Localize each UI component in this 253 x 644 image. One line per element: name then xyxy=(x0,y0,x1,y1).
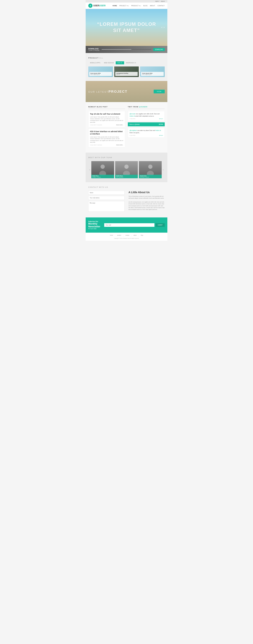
team-card-1-role: designer | linkedin xyxy=(92,176,113,178)
twitter-handle-title: @4USERI xyxy=(139,106,147,108)
blog-post-1-read-more[interactable]: READ MORE... xyxy=(116,124,123,126)
contact-section: CONTACT WITH US A Little About Us This i… xyxy=(86,182,167,218)
team-cards: Shaik Reza designer | linkedin Shaik Ris… xyxy=(91,161,162,178)
blog-title: NEWEST BLOG POST xyxy=(88,106,125,109)
email-field-container xyxy=(88,196,125,200)
tweet-1-date: 3 June 2014 xyxy=(130,118,135,119)
blog-twitter-section: NEWEST BLOG POST Top 10 site for sell Yo… xyxy=(86,102,167,152)
email-input[interactable] xyxy=(88,196,125,200)
main-nav: HOME PROJECT ▾ PRODUCT ▾ BLOG ABOUT CONT… xyxy=(113,5,165,6)
hero-prev-arrow[interactable]: < xyxy=(161,26,163,29)
product-card-1-title: lorem ipsum dolor xyxy=(90,73,111,74)
nav-home[interactable]: HOME xyxy=(113,5,117,6)
signup-link[interactable]: signup xyxy=(161,0,165,2)
blog-post-2-meta: 3 June 2019 / 5 comment READ MORE... xyxy=(90,144,123,146)
product-card-2-title: management landing xyxy=(116,73,137,74)
blog-post-1: Top 10 site for sell Your ui element Lor… xyxy=(88,111,125,127)
name-input[interactable] xyxy=(88,191,125,194)
team-next-arrow[interactable]: › xyxy=(162,168,165,171)
team-card-2-role: CEO, Business xyxy=(116,176,137,178)
team-card-2-label: Shaik Risen CEO, Business xyxy=(115,175,138,178)
team-card-3-label: Sharik Glen developer | linkedin xyxy=(139,175,162,178)
message-input[interactable] xyxy=(88,201,125,212)
nav-blog[interactable]: BLOG xyxy=(143,5,148,6)
twitter-column: TWIT FROM @4USERI @envato nec sagittis s… xyxy=(128,106,165,148)
download-progress xyxy=(102,49,151,50)
product-card-1-sub: amet, adipiscing elit xyxy=(90,74,111,75)
tweet-2: @rongbazz you take my place Duis sed #od… xyxy=(128,128,165,138)
team-section: MEET WITH OUR TEAM ‹ Shaik Reza designer… xyxy=(86,152,167,182)
tab-web-design[interactable]: WEB DESIGN xyxy=(102,61,116,64)
svg-point-2 xyxy=(124,164,129,169)
team-carousel: ‹ Shaik Reza designer | linkedin xyxy=(88,161,165,178)
nav-about[interactable]: ABOUT xyxy=(150,5,155,6)
nav-product[interactable]: PRODUCT ▾ xyxy=(131,5,141,6)
footer-copyright: Copyright © 2015,Company name All rights… xyxy=(88,238,165,239)
subscribe-label: Subcrive Our xyxy=(88,220,100,222)
tweet-2-mention: @rongbazz xyxy=(130,130,137,131)
tab-androied-ui[interactable]: ANDROIED UI xyxy=(124,61,138,64)
contact-grid: A Little About Us This is Photoshop's ve… xyxy=(88,191,165,214)
contact-title: CONTACT WITH US xyxy=(88,186,165,188)
product-card-3[interactable]: lorem ipsum dolor amet, adipiscing elit xyxy=(140,66,165,77)
team-card-2-name: Shaik Risen xyxy=(116,175,137,176)
signin-link[interactable]: signin xyxy=(155,0,159,2)
tweet-2-date: 3 June 2014 xyxy=(130,135,135,136)
subscribe-submit-button[interactable]: SUBMIT xyxy=(156,223,165,227)
top-bar: signin / signup xyxy=(86,0,167,2)
team-card-1-name: Shaik Reza xyxy=(92,175,113,176)
tweet-1-meta: 3 June 2014 @4useri xyxy=(130,118,163,119)
product-card-3-sub: amet, adipiscing elit xyxy=(142,74,163,75)
subscribe-section: Subcrive Our MonthlyNewslatter for Up to… xyxy=(86,218,167,232)
blog-column: NEWEST BLOG POST Top 10 site for sell Yo… xyxy=(88,106,125,148)
subscribe-big-title: MonthlyNewslatter xyxy=(88,222,100,228)
view-project-button[interactable]: VIEW xyxy=(154,90,165,93)
project-title: OUR LETESTPROJECT xyxy=(88,90,165,94)
product-card-2-sub: agency xyxy=(116,74,137,75)
logo: 4 USERUSERi xyxy=(88,4,106,8)
product-card-2[interactable]: management landing agency xyxy=(114,66,139,77)
product-section-title: PRODUCT/all xyxy=(88,57,165,59)
blog-post-2-title: IOS 8 User Interface vs adroied kitket u… xyxy=(90,130,123,135)
blog-post-2-text: Lorem Ipsum. Proin gravida nibh vel veli… xyxy=(90,136,123,143)
subscribe-small-label: for Up to Date xyxy=(88,228,100,230)
svg-point-4 xyxy=(148,164,152,169)
download-button[interactable]: DOWNLOAD xyxy=(153,48,165,51)
message-field-container xyxy=(88,201,125,212)
blog-post-1-text: Lorem Ipsum. Proin gravida nibh vel veli… xyxy=(90,116,123,123)
footer-nav-home[interactable]: home xyxy=(110,234,113,237)
download-title: DOWNLOAD xyxy=(88,48,99,50)
tab-mobile-apps[interactable]: MOBILE APPS xyxy=(88,61,102,64)
footer-nav-blog[interactable]: blog xyxy=(141,234,143,237)
blog-post-2-read-more[interactable]: READ MORE... xyxy=(116,144,123,146)
subscribe-email-input[interactable] xyxy=(104,223,154,227)
tweet-2-hashtag: #odio sit xyxy=(156,130,161,131)
about-text: This is Photoshop's version of Lorem Ips… xyxy=(128,196,165,210)
product-section: PRODUCT/all MOBILE APPS WEB DESIGN IOS U… xyxy=(86,53,167,81)
footer-nav-contact[interactable]: contact xyxy=(125,234,129,237)
team-card-3-role: developer | linkedin xyxy=(140,176,161,178)
blog-post-1-meta: 3 June 2014 / 5 comment READ MORE... xyxy=(90,124,123,126)
team-card-3-name: Sharik Glen xyxy=(140,175,161,176)
hero-next-arrow[interactable]: > xyxy=(163,26,165,29)
product-card-1[interactable]: lorem ipsum dolor amet, adipiscing elit xyxy=(88,66,113,77)
hero-quote: “LOREM IPSUM DOLOR SIT AMET” xyxy=(94,21,159,34)
nav-project[interactable]: PROJECT ▾ xyxy=(119,5,129,6)
tab-ios-ui[interactable]: IOS UI xyxy=(116,61,124,64)
blog-post-1-title: Top 10 site for sell Your ui element xyxy=(90,113,123,115)
product-tabs: MOBILE APPS WEB DESIGN IOS UI ANDROIED U… xyxy=(88,61,165,64)
footer-nav-product[interactable]: product xyxy=(117,234,121,237)
nav-contact[interactable]: CONTACT xyxy=(157,5,165,6)
team-card-1: Shaik Reza designer | linkedin xyxy=(91,161,114,178)
team-prev-arrow[interactable]: ‹ xyxy=(88,168,91,171)
tweet-2-meta: 3 June 2014 @4useri xyxy=(130,135,163,136)
header: 4 USERUSERi HOME PROJECT ▾ PRODUCT ▾ BLO… xyxy=(86,2,167,9)
team-title: MEET WITH OUR TEAM xyxy=(88,156,165,158)
twitter-title: TWIT FROM @4USERI xyxy=(128,106,165,109)
hero-section: “LOREM IPSUM DOLOR SIT AMET” < > xyxy=(86,9,167,46)
follow-bar: follow us @twitter 12.6 k xyxy=(128,122,165,126)
tweet-1-mention: @envato xyxy=(130,113,135,114)
download-subtitle: TODAY'S FREEBE xyxy=(88,50,99,51)
follow-label[interactable]: follow us @twitter xyxy=(129,124,140,125)
footer-nav-about[interactable]: about xyxy=(133,234,137,237)
